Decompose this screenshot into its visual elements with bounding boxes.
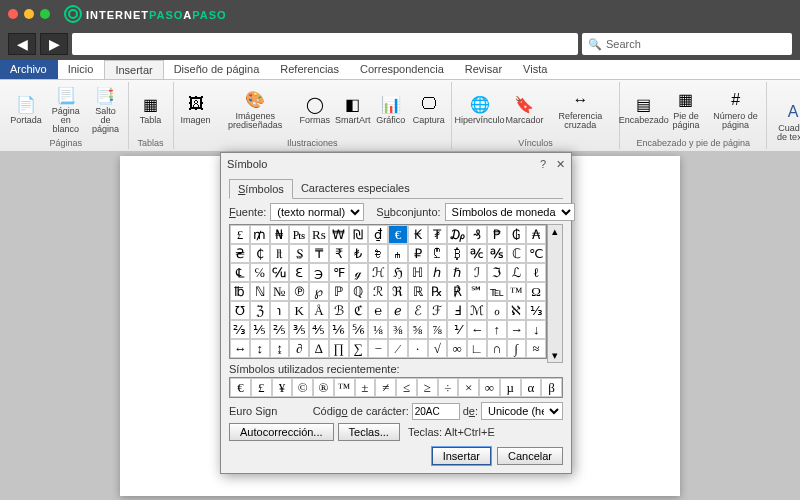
symbol-cell[interactable]: ∑ <box>349 339 369 358</box>
symbol-cell[interactable]: ₲ <box>507 225 527 244</box>
textbox-button[interactable]: ACuadro de texto <box>771 82 800 161</box>
tab-referencias[interactable]: Referencias <box>270 60 350 79</box>
symbol-cell[interactable]: ℍ <box>408 263 428 282</box>
symbol-cell[interactable]: ⅗ <box>289 320 309 339</box>
symbol-cell[interactable]: £ <box>230 225 250 244</box>
symbol-cell[interactable]: ₱ <box>487 225 507 244</box>
symbol-cell[interactable]: Å <box>309 301 329 320</box>
symbol-cell[interactable]: ℳ <box>467 301 487 320</box>
symbol-cell[interactable]: ₼ <box>388 244 408 263</box>
symbol-cell[interactable]: ℯ <box>388 301 408 320</box>
symbol-cell[interactable]: ₪ <box>349 225 369 244</box>
symbol-cell[interactable]: ℒ <box>507 263 527 282</box>
minimize-window[interactable] <box>24 9 34 19</box>
symbol-cell[interactable]: ⅞ <box>428 320 448 339</box>
symbol-cell[interactable]: ℞ <box>428 282 448 301</box>
recent-symbol-cell[interactable]: ™ <box>334 378 355 397</box>
recent-symbol-cell[interactable]: © <box>292 378 313 397</box>
symbol-cell[interactable]: ↨ <box>270 339 290 358</box>
symbol-cell[interactable]: ⅓ <box>526 301 546 320</box>
recent-symbol-cell[interactable]: ≠ <box>375 378 396 397</box>
symbol-cell[interactable]: ₽ <box>408 244 428 263</box>
symbol-cell[interactable]: ℋ <box>368 263 388 282</box>
symbol-cell[interactable]: ℈ <box>309 263 329 282</box>
symbol-cell[interactable]: ↑ <box>487 320 507 339</box>
symbol-cell[interactable]: ∏ <box>329 339 349 358</box>
shapes-button[interactable]: ◯Formas <box>297 82 333 137</box>
symbol-cell[interactable]: ℜ <box>388 282 408 301</box>
close-window[interactable] <box>8 9 18 19</box>
symbol-cell[interactable]: ∆ <box>309 339 329 358</box>
symbol-cell[interactable]: ↕ <box>250 339 270 358</box>
symbol-cell[interactable]: ← <box>467 320 487 339</box>
symbol-cell[interactable]: ⅔ <box>230 320 250 339</box>
back-button[interactable]: ◀ <box>8 33 36 55</box>
symbol-cell[interactable]: ₳ <box>526 225 546 244</box>
symbol-cell[interactable]: € <box>388 225 408 244</box>
chart-button[interactable]: 📊Gráfico <box>373 82 409 137</box>
symbol-cell[interactable]: ™ <box>507 282 527 301</box>
symbol-cell[interactable]: ₦ <box>270 225 290 244</box>
symbol-cell[interactable]: ⅙ <box>329 320 349 339</box>
smartart-button[interactable]: ◧SmartArt <box>335 82 371 137</box>
url-bar[interactable] <box>72 33 578 55</box>
symbol-cell[interactable]: ℠ <box>467 282 487 301</box>
recent-symbol-cell[interactable]: ® <box>313 378 334 397</box>
help-button[interactable]: ? <box>540 158 546 171</box>
subset-select[interactable]: Símbolos de moneda <box>445 203 575 221</box>
search-bar[interactable]: 🔍 Search <box>582 33 792 55</box>
symbol-cell[interactable]: ∕ <box>388 339 408 358</box>
crossref-button[interactable]: ↔Referencia cruzada <box>545 82 615 137</box>
recent-symbol-cell[interactable]: α <box>521 378 542 397</box>
footer-button[interactable]: ▦Pie de página <box>665 82 707 137</box>
symbol-cell[interactable]: ₧ <box>289 225 309 244</box>
symbol-cell[interactable]: ₮ <box>428 225 448 244</box>
symbol-cell[interactable]: Ⅎ <box>447 301 467 320</box>
symbol-cell[interactable]: ₰ <box>467 225 487 244</box>
symbol-cell[interactable]: ℏ <box>447 263 467 282</box>
symbol-cell[interactable]: ℉ <box>329 263 349 282</box>
symbol-cell[interactable]: ⅜ <box>388 320 408 339</box>
symbol-cell[interactable]: ℅ <box>250 263 270 282</box>
forward-button[interactable]: ▶ <box>40 33 68 55</box>
symbol-cell[interactable]: K <box>289 301 309 320</box>
symbol-cell[interactable]: ⅛ <box>368 320 388 339</box>
symbol-cell[interactable]: ℛ <box>368 282 388 301</box>
tab-revisar[interactable]: Revisar <box>455 60 513 79</box>
symbol-cell[interactable]: ℮ <box>368 301 388 320</box>
symbol-cell[interactable]: ℨ <box>250 301 270 320</box>
cancel-button[interactable]: Cancelar <box>497 447 563 465</box>
recent-symbol-cell[interactable]: β <box>541 378 562 397</box>
symbol-cell[interactable]: ₶ <box>270 244 290 263</box>
symbol-cell[interactable]: ℴ <box>487 301 507 320</box>
symbol-cell[interactable]: ⅟ <box>447 320 467 339</box>
tab-diseno[interactable]: Diseño de página <box>164 60 271 79</box>
insert-button[interactable]: Insertar <box>432 447 491 465</box>
symbol-cell[interactable]: ⅘ <box>309 320 329 339</box>
recent-symbol-cell[interactable]: ¥ <box>272 378 293 397</box>
symbol-cell[interactable]: ⅝ <box>408 320 428 339</box>
font-select[interactable]: (texto normal) <box>270 203 364 221</box>
symbol-cell[interactable]: ℀ <box>467 244 487 263</box>
symbol-cell[interactable]: ℬ <box>329 301 349 320</box>
symbol-cell[interactable]: ₫ <box>368 225 388 244</box>
symbol-cell[interactable]: ↓ <box>526 320 546 339</box>
symbol-cell[interactable]: ₷ <box>289 244 309 263</box>
symbol-cell[interactable]: ℩ <box>270 301 290 320</box>
tab-insertar[interactable]: Insertar <box>104 60 163 79</box>
symbol-cell[interactable]: ∫ <box>507 339 527 358</box>
symbol-cell[interactable]: № <box>270 282 290 301</box>
symbol-cell[interactable]: ℔ <box>230 282 250 301</box>
tab-vista[interactable]: Vista <box>513 60 558 79</box>
symbol-cell[interactable]: ℵ <box>507 301 527 320</box>
symbol-cell[interactable]: ⅖ <box>270 320 290 339</box>
recent-symbol-cell[interactable]: ∞ <box>479 378 500 397</box>
hyperlink-button[interactable]: 🌐Hipervínculo <box>456 82 504 137</box>
symbol-cell[interactable]: ≈ <box>526 339 546 358</box>
symbol-cell[interactable]: ↔ <box>230 339 250 358</box>
tab-caracteres[interactable]: Caracteres especiales <box>293 179 418 198</box>
symbol-cell[interactable]: √ <box>428 339 448 358</box>
symbol-cell[interactable]: ∙ <box>408 339 428 358</box>
tab-simbolos[interactable]: Símbolos <box>229 179 293 199</box>
symbol-cell[interactable]: ₵ <box>250 244 270 263</box>
